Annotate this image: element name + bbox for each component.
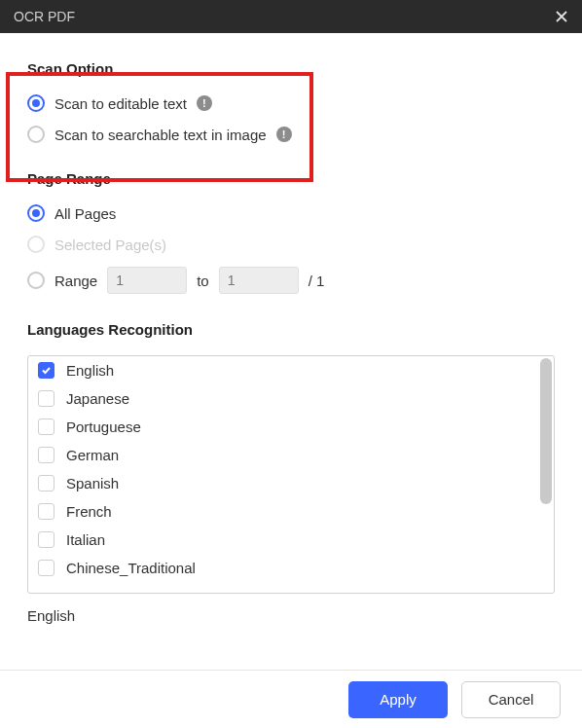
cancel-button[interactable]: Cancel <box>461 681 561 718</box>
dialog-body: Scan Option Scan to editable text ! Scan… <box>0 60 582 624</box>
language-label: German <box>66 447 119 463</box>
language-checkbox[interactable] <box>38 362 55 379</box>
language-label: Japanese <box>66 390 129 407</box>
apply-button[interactable]: Apply <box>348 681 448 718</box>
scan-searchable-radio[interactable] <box>27 126 45 143</box>
language-checkbox[interactable] <box>38 475 55 491</box>
range-radio[interactable] <box>27 272 45 289</box>
language-label: English <box>66 362 114 379</box>
scan-searchable-label: Scan to searchable text in image <box>55 127 267 143</box>
range-total: / 1 <box>309 273 325 289</box>
scrollbar-thumb[interactable] <box>540 358 552 504</box>
list-item[interactable]: English <box>28 356 554 384</box>
selected-pages-row: Selected Page(s) <box>27 236 555 253</box>
all-pages-label: All Pages <box>55 205 116 222</box>
range-row[interactable]: Range to / 1 <box>27 267 555 294</box>
all-pages-radio[interactable] <box>27 204 45 222</box>
close-button[interactable] <box>551 6 572 27</box>
language-checkbox[interactable] <box>38 560 55 576</box>
language-checkbox[interactable] <box>38 447 55 463</box>
language-checkbox[interactable] <box>38 419 55 435</box>
selected-pages-label: Selected Page(s) <box>55 237 166 253</box>
list-item[interactable]: Spanish <box>28 469 554 497</box>
language-label: Chinese_Traditional <box>66 560 196 576</box>
page-range-heading: Page Range <box>27 170 555 187</box>
range-label: Range <box>55 273 97 289</box>
all-pages-row[interactable]: All Pages <box>27 204 555 222</box>
scan-option-heading: Scan Option <box>27 60 555 77</box>
close-icon <box>555 10 568 23</box>
scrollbar[interactable] <box>540 358 552 591</box>
info-icon[interactable]: ! <box>276 127 292 142</box>
range-to-label: to <box>197 273 209 289</box>
titlebar: OCR PDF <box>0 0 582 33</box>
list-item[interactable]: Japanese <box>28 384 554 413</box>
languages-scroll[interactable]: English Japanese Portuguese German Spani… <box>28 356 554 593</box>
scan-editable-radio[interactable] <box>27 94 45 112</box>
list-item[interactable]: German <box>28 441 554 469</box>
languages-listbox: English Japanese Portuguese German Spani… <box>27 355 555 594</box>
language-checkbox[interactable] <box>38 531 55 548</box>
list-item[interactable]: Chinese_Traditional <box>28 554 554 582</box>
selected-languages-text: English <box>27 607 555 624</box>
list-item[interactable]: Italian <box>28 526 554 554</box>
scan-searchable-row[interactable]: Scan to searchable text in image ! <box>27 126 555 143</box>
language-checkbox[interactable] <box>38 390 55 407</box>
list-item[interactable]: French <box>28 497 554 526</box>
selected-pages-radio <box>27 236 45 253</box>
range-from-input[interactable] <box>107 267 187 294</box>
range-to-input[interactable] <box>219 267 299 294</box>
language-label: Portuguese <box>66 419 141 435</box>
language-label: Italian <box>66 531 105 548</box>
language-checkbox[interactable] <box>38 503 55 520</box>
scan-editable-row[interactable]: Scan to editable text ! <box>27 94 555 112</box>
language-label: French <box>66 503 112 520</box>
dialog-footer: Apply Cancel <box>0 670 582 728</box>
info-icon[interactable]: ! <box>197 95 212 111</box>
language-label: Spanish <box>66 475 119 491</box>
scan-editable-label: Scan to editable text <box>55 95 187 112</box>
title-text: OCR PDF <box>14 9 75 24</box>
languages-heading: Languages Recognition <box>27 321 555 338</box>
list-item[interactable]: Portuguese <box>28 413 554 441</box>
